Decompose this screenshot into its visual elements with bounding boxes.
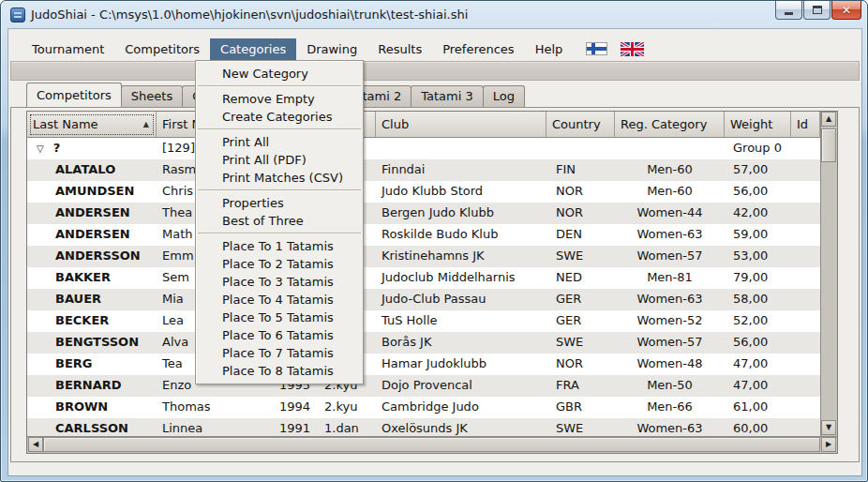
table-row[interactable]: BENGTSSONAlvaBorås JKSWEWomen-5756,00: [27, 332, 820, 354]
table-row[interactable]: BECKERLeaTuS HolleGERWomen-5252,00: [27, 310, 820, 332]
cell-7: Group 0: [725, 138, 791, 159]
menubar-item-categories[interactable]: Categories: [210, 38, 296, 60]
cell-5: NOR: [546, 354, 615, 375]
sort-ascending-icon: ▲: [143, 112, 149, 137]
scroll-down-button[interactable]: ▼: [821, 420, 836, 435]
menu-option-create-categories[interactable]: Create Categories: [197, 108, 362, 126]
menu-separator: [198, 233, 361, 234]
column-header-reg-category[interactable]: Reg. Category: [615, 112, 725, 138]
table-row[interactable]: BERGTeaHamar JudoklubbNORWomen-4847,00: [27, 354, 820, 375]
cell-4: Cambridge Judo: [376, 397, 546, 418]
cell-8: [791, 267, 820, 289]
uk-flag-icon[interactable]: [621, 42, 644, 56]
menu-option-print-all[interactable]: Print All: [197, 133, 362, 151]
menu-option-place-to-1-tatamis[interactable]: Place To 1 Tatamis: [197, 237, 362, 255]
minimize-button[interactable]: [775, 1, 802, 20]
scroll-right-button[interactable]: ▶: [821, 437, 836, 452]
cell-0: ANDERSEN: [27, 203, 157, 224]
cell-7: 42,00: [725, 203, 791, 224]
menu-option-place-to-6-tatamis[interactable]: Place To 6 Tatamis: [197, 326, 362, 344]
cell-0: BAUER: [27, 289, 157, 310]
table-row[interactable]: BROWNThomas19942.kyuCambridge JudoGBRMen…: [27, 397, 820, 418]
menu-option-print-matches-csv[interactable]: Print Matches (CSV): [197, 169, 362, 187]
column-header-label: Reg. Category: [621, 117, 707, 131]
column-header-weight[interactable]: Weight: [725, 112, 791, 138]
table-row[interactable]: BERNARDEnzo19952.kyuDojo ProvencalFRAMen…: [27, 375, 820, 397]
menubar-item-competitors[interactable]: Competitors: [114, 38, 210, 60]
menu-option-place-to-3-tatamis[interactable]: Place To 3 Tatamis: [197, 273, 362, 291]
cell-4: Judo-Club Passau: [376, 289, 546, 310]
tab-tatami-3[interactable]: Tatami 3: [411, 85, 484, 107]
cell-0: CARLSSON: [27, 418, 157, 436]
cell-4: Borås JK: [376, 332, 546, 354]
table-row[interactable]: AMUNDSENChrisJudo Klubb StordNORMen-6056…: [27, 181, 820, 203]
table-row[interactable]: CARLSSONLinnea19911.danOxelösunds JKSWEW…: [27, 418, 820, 436]
menubar-item-tournament[interactable]: Tournament: [22, 38, 114, 60]
cell-6: Men-60: [615, 159, 725, 181]
finnish-flag-icon[interactable]: [586, 42, 607, 55]
cell-0: BENGTSSON: [27, 332, 157, 354]
table-row[interactable]: BAKKERSemJudoclub MiddelharnisNEDMen-817…: [27, 267, 820, 289]
vertical-scroll-thumb[interactable]: [821, 128, 836, 162]
scroll-up-button[interactable]: ▲: [821, 112, 836, 127]
cell-6: Women-57: [615, 332, 725, 354]
menu-option-place-to-2-tatamis[interactable]: Place To 2 Tatamis: [197, 255, 362, 273]
menubar-item-preferences[interactable]: Preferences: [432, 38, 524, 60]
horizontal-scrollbar[interactable]: ◀ ▶: [27, 436, 837, 453]
tab-sheets[interactable]: Sheets: [121, 85, 183, 107]
column-header-label: Country: [552, 117, 601, 131]
cell-5: GBR: [546, 397, 615, 418]
menubar-items: TournamentCompetitorsCategoriesDrawingRe…: [22, 38, 573, 60]
scroll-left-button[interactable]: ◀: [28, 437, 43, 452]
cell-7: 58,00: [725, 289, 791, 310]
menu-option-print-all-pdf[interactable]: Print All (PDF): [197, 151, 362, 169]
menubar-item-help[interactable]: Help: [525, 38, 574, 60]
table-row[interactable]: BAUERMiaJudo-Club PassauGERWomen-6358,00: [27, 289, 820, 310]
cell-7: 56,00: [725, 181, 791, 203]
cell-6: Men-50: [615, 375, 725, 397]
group-row[interactable]: ▽?[129]Group 0: [27, 138, 820, 159]
column-header-club[interactable]: Club: [376, 112, 546, 138]
column-header-last-name[interactable]: Last Name▲: [27, 112, 157, 138]
cell-7: 47,00: [725, 375, 791, 397]
table-row[interactable]: ANDERSENTheaBergen Judo KlubbNORWomen-44…: [27, 203, 820, 224]
column-header-label: Id: [797, 117, 808, 131]
table-row[interactable]: ANDERSSONEmmKristinehamns JKSWEWomen-575…: [27, 246, 820, 267]
horizontal-scroll-thumb[interactable]: [43, 437, 820, 452]
categories-dropdown-menu: New CategoryRemove EmptyCreate Categorie…: [195, 60, 364, 384]
table-row[interactable]: ALATALORasmFinndaiFINMen-6057,00: [27, 159, 820, 181]
titlebar[interactable]: JudoShiai - C:\msys\1.0\home\hjokinen\sv…: [1, 1, 867, 29]
tab-log[interactable]: Log: [483, 85, 525, 107]
menu-option-properties[interactable]: Properties: [197, 194, 362, 212]
close-button[interactable]: ✕: [831, 1, 861, 20]
vertical-scrollbar[interactable]: ▲ ▼: [820, 112, 837, 436]
cell-7: 59,00: [725, 224, 791, 246]
cell-3: 2.kyu: [319, 397, 376, 418]
menu-option-place-to-4-tatamis[interactable]: Place To 4 Tatamis: [197, 291, 362, 309]
cell-5: SWE: [546, 246, 615, 267]
column-header-label: Club: [382, 117, 409, 131]
table-row[interactable]: ANDERSENMathRoskilde Budo KlubDENWomen-6…: [27, 224, 820, 246]
cell-8: [791, 138, 820, 159]
menu-option-place-to-5-tatamis[interactable]: Place To 5 Tatamis: [197, 309, 362, 326]
menu-option-remove-empty[interactable]: Remove Empty: [197, 90, 362, 108]
column-header-id[interactable]: Id: [791, 112, 820, 138]
menu-option-place-to-7-tatamis[interactable]: Place To 7 Tatamis: [197, 344, 362, 362]
menubar-item-drawing[interactable]: Drawing: [296, 38, 367, 60]
menu-option-new-category[interactable]: New Category: [197, 65, 362, 83]
table-body: ▽?[129]Group 0ALATALORasmFinndaiFINMen-6…: [27, 138, 820, 436]
cell-7: 79,00: [725, 267, 791, 289]
column-header-country[interactable]: Country: [546, 112, 615, 138]
expander-open-icon[interactable]: ▽: [37, 143, 44, 154]
cell-7: 53,00: [725, 246, 791, 267]
maximize-button[interactable]: [803, 1, 831, 20]
cell-4: Oxelösunds JK: [376, 418, 546, 436]
app-window: JudoShiai - C:\msys\1.0\home\hjokinen\sv…: [0, 0, 868, 482]
app-icon: [10, 8, 25, 23]
menubar-item-results[interactable]: Results: [367, 38, 432, 60]
cell-6: Women-52: [615, 310, 725, 332]
menu-option-place-to-8-tatamis[interactable]: Place To 8 Tatamis: [197, 362, 362, 380]
menu-option-best-of-three[interactable]: Best of Three: [197, 212, 362, 230]
tab-competitors[interactable]: Competitors: [26, 83, 122, 107]
cell-4: Hamar Judoklubb: [376, 354, 546, 375]
